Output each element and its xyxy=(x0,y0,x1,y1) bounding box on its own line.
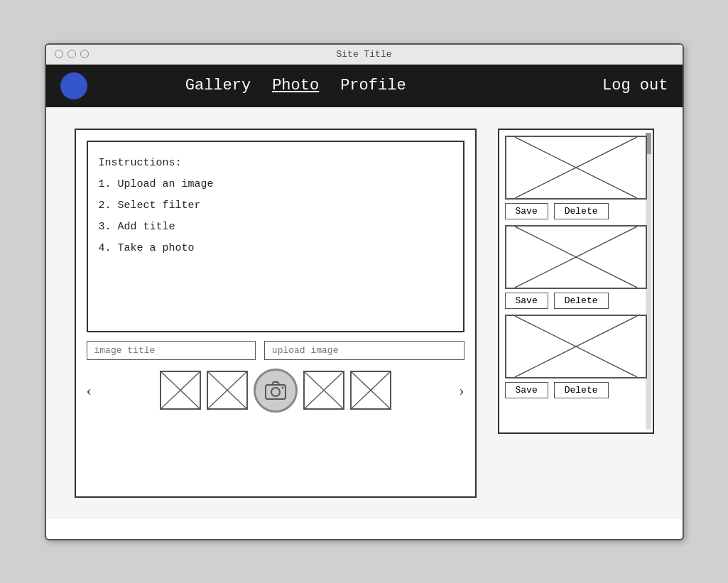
filmstrip-thumb-4[interactable] xyxy=(350,371,391,410)
gallery-buttons-1: Save Delete xyxy=(505,203,647,219)
nav-gallery[interactable]: Gallery xyxy=(185,77,251,94)
gallery-thumb-2 xyxy=(505,225,647,289)
svg-point-5 xyxy=(271,388,280,396)
main-preview: Instructions: 1. Upload an image 2. Sele… xyxy=(87,141,464,332)
filmstrip-prev-arrow[interactable]: ‹ xyxy=(87,381,92,400)
left-panel: Instructions: 1. Upload an image 2. Sele… xyxy=(75,129,477,498)
nav-links: Gallery Photo Profile xyxy=(185,77,406,94)
instructions-step2: 2. Select filter xyxy=(99,195,214,217)
instructions-text: Instructions: 1. Upload an image 2. Sele… xyxy=(99,153,214,259)
gallery-thumb-3 xyxy=(505,315,647,378)
nav-profile[interactable]: Profile xyxy=(340,77,406,94)
delete-button-2[interactable]: Delete xyxy=(554,293,609,309)
browser-titlebar: Site Title xyxy=(46,45,683,65)
save-button-1[interactable]: Save xyxy=(505,203,548,219)
upload-image-input[interactable] xyxy=(264,341,464,360)
save-button-2[interactable]: Save xyxy=(505,293,548,309)
instructions-step3: 3. Add title xyxy=(99,217,214,238)
input-row xyxy=(87,341,464,360)
filmstrip-thumb-3[interactable] xyxy=(303,371,344,410)
logout-button[interactable]: Log out xyxy=(602,77,668,94)
image-title-input[interactable] xyxy=(87,341,256,360)
camera-icon xyxy=(264,378,288,403)
instructions-heading: Instructions: xyxy=(99,153,214,174)
filmstrip-thumb-1[interactable] xyxy=(160,371,201,410)
right-panel: Save Delete Save Delete xyxy=(498,129,654,434)
gallery-buttons-2: Save Delete xyxy=(505,293,647,309)
browser-dot-yellow xyxy=(67,50,76,58)
save-button-3[interactable]: Save xyxy=(505,382,548,398)
camera-button[interactable] xyxy=(254,369,298,413)
nav-photo[interactable]: Photo xyxy=(272,77,319,94)
filmstrip: ‹ xyxy=(87,369,464,413)
filmstrip-thumbs xyxy=(97,369,453,413)
filmstrip-thumb-2[interactable] xyxy=(207,371,248,410)
gallery-item-3: Save Delete xyxy=(505,315,647,398)
page-content: Instructions: 1. Upload an image 2. Sele… xyxy=(46,107,683,519)
filmstrip-next-arrow[interactable]: › xyxy=(459,381,464,400)
browser-dot-red xyxy=(55,50,63,58)
instructions-step1: 1. Upload an image xyxy=(99,174,214,195)
gallery-item-2: Save Delete xyxy=(505,225,647,309)
site-logo xyxy=(60,72,87,99)
gallery-thumb-1 xyxy=(505,136,647,200)
nav-bar: Gallery Photo Profile Log out xyxy=(46,65,683,107)
gallery-buttons-3: Save Delete xyxy=(505,382,647,398)
browser-title: Site Title xyxy=(336,49,391,60)
browser-dots xyxy=(55,50,89,58)
delete-button-3[interactable]: Delete xyxy=(554,382,609,398)
browser-window: Site Title Gallery Photo Profile Log out… xyxy=(45,43,684,540)
instructions-step4: 4. Take a photo xyxy=(99,238,214,259)
delete-button-1[interactable]: Delete xyxy=(554,203,609,219)
browser-dot-green xyxy=(80,50,89,58)
gallery-item-1: Save Delete xyxy=(505,136,647,219)
svg-point-6 xyxy=(281,386,283,388)
